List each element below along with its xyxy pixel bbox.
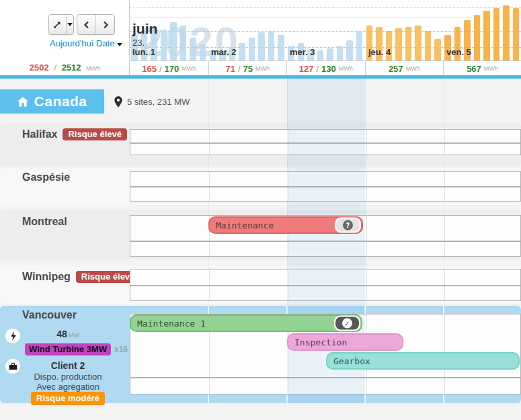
timeline-track[interactable]: [130, 143, 521, 155]
date-link[interactable]: Date: [96, 38, 122, 48]
forecast-bar: [346, 40, 353, 60]
column-line: [288, 187, 288, 201]
column-line: [444, 269, 445, 285]
forecast-bar: [239, 43, 245, 60]
event-status-badge: ✓: [334, 316, 360, 331]
site-name[interactable]: Winnipeg: [22, 271, 71, 283]
site-label-vancouver: Vancouver: [22, 309, 77, 321]
column-line: [209, 144, 210, 155]
column-line: [366, 286, 367, 300]
forecast-bar: [434, 39, 441, 60]
timeline-track[interactable]: [130, 171, 521, 187]
event-bar-maintenance-1[interactable]: Maintenance 1 ✓: [130, 314, 362, 332]
region-banner-canada[interactable]: Canada: [0, 89, 104, 114]
column-line: [288, 242, 288, 256]
column-line: [288, 172, 288, 186]
timeline-track[interactable]: [130, 269, 521, 286]
column-line: [366, 242, 367, 256]
briefcase-icon: [9, 362, 17, 370]
site-name[interactable]: Gaspésie: [22, 171, 70, 183]
month-label: juin: [132, 21, 157, 37]
forecast-bar: [327, 48, 333, 60]
forecast-bar: [356, 31, 363, 60]
column-line: [444, 286, 445, 300]
column-line: [366, 144, 367, 155]
forecast-bar: [258, 32, 265, 60]
forecast-bar: [170, 22, 177, 60]
forecast-bar: [249, 38, 255, 60]
zoom-caret-button[interactable]: [66, 15, 73, 34]
forecast-bar: [317, 50, 324, 60]
forecast-bar: [190, 38, 196, 60]
column-line: [209, 286, 210, 300]
lightning-bolt-icon: [9, 331, 17, 341]
day-label: jeu. 4: [368, 47, 391, 57]
zoom-button-group: [48, 14, 74, 35]
today-link[interactable]: Aujourd'hui: [50, 38, 93, 48]
day-total: 127 / 130 MWh: [286, 61, 365, 76]
timeline-track[interactable]: [130, 286, 521, 301]
timeline-track[interactable]: [130, 378, 521, 394]
column-line: [444, 187, 445, 201]
zoom-extent-button[interactable]: [49, 15, 66, 34]
site-power: 48MW: [24, 328, 112, 340]
timeline-track[interactable]: [130, 187, 521, 202]
site-name[interactable]: Montreal: [22, 216, 67, 228]
column-line: [209, 187, 210, 201]
column-line: [209, 269, 210, 285]
day-total: 257 MWh: [365, 61, 444, 76]
header-divider: [0, 75, 521, 79]
column-line: [288, 378, 288, 394]
chevron-down-icon: [117, 43, 122, 46]
forecast-bar: [483, 11, 490, 60]
event-bar-maintenance[interactable]: Maintenance ?: [208, 216, 363, 234]
site-label-gaspesie: Gaspésie: [22, 171, 70, 183]
aggregation-label: Avec agrégation: [24, 382, 112, 392]
dispo-production-label: Dispo. production: [24, 372, 112, 382]
day-label: mar. 2: [211, 47, 237, 57]
column-line: [366, 378, 367, 394]
scheduler-app: 2020 juin 23. lun. 1 mar. 2 mer. 3 jeu. …: [0, 0, 521, 420]
check-icon: ✓: [342, 319, 352, 329]
chevron-left-icon: [83, 21, 90, 29]
expand-arrow-icon: [52, 20, 62, 30]
column-line: [366, 130, 367, 142]
forecast-bar: [415, 26, 422, 60]
production-forecast-chart: 2020 juin 23. lun. 1 mar. 2 mer. 3 jeu. …: [130, 0, 521, 75]
column-line: [444, 130, 445, 142]
home-icon: [17, 97, 28, 107]
map-pin-icon: [114, 96, 122, 108]
column-line: [209, 378, 210, 394]
event-bar-inspection[interactable]: Inspection: [287, 333, 403, 351]
prev-button[interactable]: [77, 15, 95, 34]
forecast-bar: [425, 31, 432, 60]
next-button[interactable]: [95, 15, 114, 34]
column-line: [366, 187, 367, 201]
forecast-bar: [493, 8, 500, 60]
forecast-bar: [180, 26, 187, 60]
column-line: [366, 172, 367, 186]
column-line: [209, 242, 210, 256]
forecast-bar: [395, 28, 402, 60]
day-label: lun. 1: [132, 47, 155, 57]
timeline-track[interactable]: [130, 129, 521, 143]
day-label: ven. 5: [446, 47, 471, 57]
timeline-track[interactable]: [130, 241, 521, 257]
column-line: [209, 172, 210, 186]
risk-badge: Risque élevé: [63, 128, 127, 140]
site-label-montreal: Montreal: [22, 216, 67, 228]
forecast-bar: [337, 46, 344, 60]
chevron-right-icon: [102, 21, 109, 29]
column-line: [366, 269, 367, 285]
column-line: [366, 216, 367, 241]
turbine-model: Wind Turbine 3MW: [24, 343, 112, 355]
forecast-bar: [474, 15, 481, 60]
day-label: mer. 3: [290, 47, 315, 57]
column-line: [288, 286, 288, 300]
site-name[interactable]: Halifax: [22, 128, 57, 140]
chevron-down-icon: [67, 23, 73, 26]
client-icon-circle: [5, 359, 20, 374]
column-line: [209, 130, 210, 142]
site-name[interactable]: Vancouver: [22, 309, 77, 321]
event-bar-gearbox[interactable]: Gearbox: [326, 352, 520, 370]
